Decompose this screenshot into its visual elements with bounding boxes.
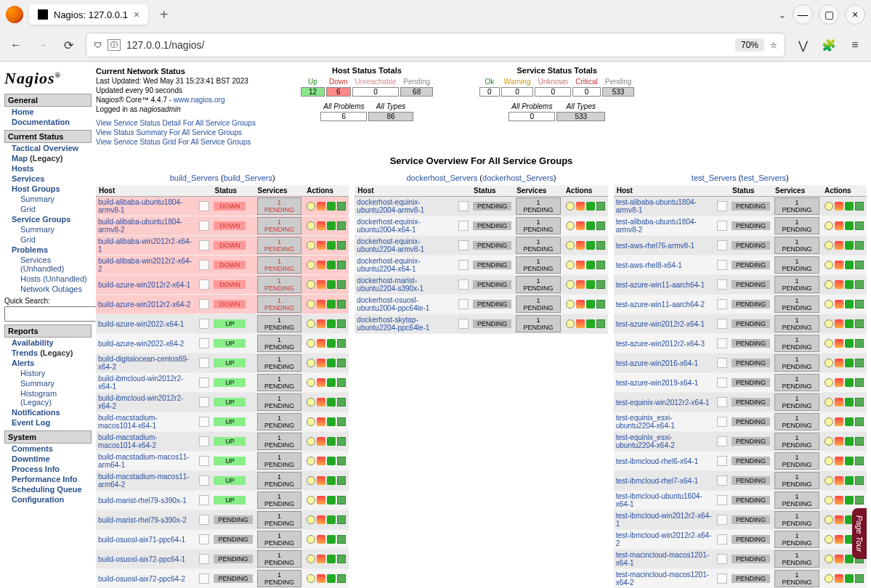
action-green-icon[interactable]	[327, 574, 336, 583]
quick-search-input[interactable]	[4, 306, 100, 322]
host-link[interactable]: test-aws-rhel76-armv8-1	[616, 242, 694, 250]
sidebar-item[interactable]: Documentation	[4, 117, 92, 127]
host-down-count[interactable]: 6	[326, 87, 351, 97]
action-search-icon[interactable]	[566, 241, 575, 250]
sidebar-item[interactable]: Map (Legacy)	[4, 153, 92, 163]
service-badge[interactable]: 1 PENDING	[774, 511, 819, 528]
host-link[interactable]: test-azure-win2016-x64-1	[616, 359, 698, 367]
action-green-icon[interactable]	[327, 515, 336, 524]
action-green-icon[interactable]	[845, 496, 854, 505]
action-search-icon[interactable]	[825, 398, 833, 407]
action-green-icon[interactable]	[327, 202, 336, 211]
action-nuke-icon[interactable]	[317, 202, 325, 211]
host-link[interactable]: build-alibaba-ubuntu1804-armv8-1	[98, 198, 182, 214]
action-nuke-icon[interactable]	[317, 437, 325, 446]
action-search-icon[interactable]	[825, 535, 833, 544]
action-search-icon[interactable]	[307, 535, 315, 544]
action-search-icon[interactable]	[825, 241, 833, 250]
sidebar-item[interactable]: Notifications	[4, 407, 92, 417]
host-link[interactable]: test-macincloud-macos1201-x64-1	[616, 551, 709, 567]
action-nuke-icon[interactable]	[835, 476, 843, 485]
action-nuke-icon[interactable]	[576, 261, 585, 269]
host-link[interactable]: build-macstadium-macos1014-x64-1	[98, 414, 158, 430]
action-green-icon[interactable]	[586, 300, 595, 309]
pocket-icon[interactable]: ⋁	[794, 38, 811, 52]
service-badge[interactable]: 1 PENDING	[257, 413, 302, 430]
reload-button[interactable]: ⟳	[60, 38, 77, 52]
host-link[interactable]: test-alibaba-ubuntu1804-armv8-2	[616, 218, 697, 234]
service-badge[interactable]: 1 PENDING	[774, 570, 819, 587]
action-green-icon[interactable]	[845, 241, 854, 250]
action-nuke-icon[interactable]	[576, 221, 585, 230]
sidebar-item[interactable]: Grid	[4, 204, 92, 214]
group-id-link[interactable]: build_Servers	[224, 173, 272, 182]
action-tree-icon[interactable]	[855, 417, 864, 426]
service-badge[interactable]: 1 PENDING	[774, 217, 819, 234]
action-search-icon[interactable]	[825, 280, 833, 289]
action-search-icon[interactable]	[825, 359, 833, 367]
sidebar-item[interactable]: Summary	[4, 194, 92, 204]
action-search-icon[interactable]	[307, 280, 315, 289]
zoom-badge[interactable]: 70%	[735, 38, 764, 52]
action-nuke-icon[interactable]	[835, 378, 843, 387]
service-badge[interactable]: 1 PENDING	[257, 550, 302, 568]
action-search-icon[interactable]	[566, 300, 575, 309]
host-link[interactable]: test-equinix-win2012r2-x64-1	[616, 399, 710, 407]
action-nuke-icon[interactable]	[835, 261, 843, 269]
action-tree-icon[interactable]	[337, 496, 346, 505]
group-title-link[interactable]: build_Servers	[170, 173, 219, 182]
service-badge[interactable]: 1 PENDING	[257, 217, 302, 234]
action-search-icon[interactable]	[825, 574, 833, 583]
host-link[interactable]: build-marist-rhel79-s390x-2	[98, 516, 187, 524]
group-title-link[interactable]: test_Servers	[692, 173, 737, 182]
action-tree-icon[interactable]	[337, 202, 346, 211]
service-badge[interactable]: 1 PENDING	[774, 335, 819, 352]
action-green-icon[interactable]	[327, 378, 336, 387]
action-search-icon[interactable]	[307, 261, 315, 269]
action-green-icon[interactable]	[327, 535, 336, 544]
action-nuke-icon[interactable]	[835, 202, 843, 211]
action-tree-icon[interactable]	[855, 280, 864, 289]
action-search-icon[interactable]	[566, 319, 575, 328]
host-link[interactable]: build-digitalocean-centos69-x64-2	[98, 355, 189, 371]
action-nuke-icon[interactable]	[317, 574, 325, 583]
action-search-icon[interactable]	[825, 319, 833, 328]
sidebar-item[interactable]: Event Log	[4, 417, 92, 428]
action-green-icon[interactable]	[586, 202, 595, 211]
action-green-icon[interactable]	[586, 221, 595, 230]
action-green-icon[interactable]	[327, 457, 336, 465]
action-nuke-icon[interactable]	[576, 300, 585, 309]
action-nuke-icon[interactable]	[835, 417, 843, 426]
service-badge[interactable]: 1 PENDING	[774, 531, 819, 548]
host-link[interactable]: dockerhost-osuosl-ubuntu2004-ppc64le-1	[357, 296, 429, 312]
action-nuke-icon[interactable]	[317, 300, 325, 309]
sidebar-item[interactable]: Service Groups	[4, 214, 92, 224]
action-search-icon[interactable]	[825, 476, 833, 485]
host-link[interactable]: build-azure-win2022-x64-1	[98, 320, 184, 328]
action-green-icon[interactable]	[327, 359, 336, 367]
action-nuke-icon[interactable]	[317, 261, 325, 269]
service-badge[interactable]: 1 PENDING	[257, 393, 302, 411]
action-green-icon[interactable]	[845, 437, 854, 446]
sidebar-item[interactable]: Hosts	[4, 163, 92, 173]
host-link[interactable]: build-ibmcloud-win2012r2-x64-1	[98, 375, 183, 391]
action-nuke-icon[interactable]	[835, 339, 843, 348]
action-green-icon[interactable]	[845, 221, 854, 230]
service-badge[interactable]: 1 PENDING	[774, 393, 819, 411]
action-tree-icon[interactable]	[337, 221, 346, 230]
action-tree-icon[interactable]	[855, 398, 864, 407]
action-tree-icon[interactable]	[596, 261, 605, 269]
action-nuke-icon[interactable]	[317, 496, 325, 505]
action-nuke-icon[interactable]	[835, 319, 843, 328]
action-nuke-icon[interactable]	[317, 515, 325, 524]
host-link[interactable]: build-azure-win2012r2-x64-2	[98, 301, 190, 309]
action-search-icon[interactable]	[307, 496, 315, 505]
action-search-icon[interactable]	[307, 476, 315, 485]
host-link[interactable]: build-azure-win2022-x64-2	[98, 340, 184, 348]
host-link[interactable]: test-ibmcloud-win2012r2-x64-1	[616, 512, 712, 528]
service-badge[interactable]: 1 PENDING	[516, 217, 561, 234]
action-tree-icon[interactable]	[855, 241, 864, 250]
sidebar-item[interactable]: Problems	[4, 245, 92, 255]
service-badge[interactable]: 1 PENDING	[257, 531, 302, 548]
host-link[interactable]: dockerhost-equinix-ubuntu2204-x64-1	[357, 257, 420, 273]
